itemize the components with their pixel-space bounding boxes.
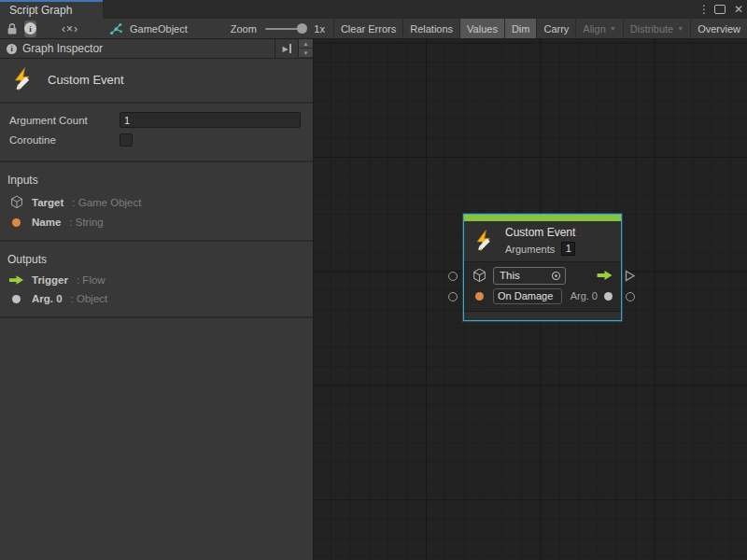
inputs-heading: Inputs	[0, 167, 313, 191]
graph-inspector-panel: i Graph Inspector ▶ ▲ ▼ Custom Event	[0, 39, 314, 560]
carry-button[interactable]: Carry	[536, 19, 575, 38]
outputs-heading: Outputs	[0, 246, 313, 271]
graph-inspector-header: i Graph Inspector ▶ ▲ ▼	[0, 39, 313, 59]
code-preview-icon[interactable]: ‹×›	[62, 21, 78, 37]
zoom-value: 1x	[314, 23, 325, 35]
custom-event-node[interactable]: Custom Event Arguments 1 This	[463, 214, 622, 321]
zoom-slider-handle[interactable]	[297, 23, 307, 34]
arg0-port-label: Arg. 0	[571, 290, 598, 301]
custom-event-icon	[11, 67, 35, 91]
info-icon: i	[7, 44, 17, 54]
output-port-row: Trigger : Flow	[0, 271, 313, 289]
overview-button[interactable]: Overview	[690, 19, 747, 38]
arg0-dot-icon	[604, 292, 613, 301]
graph-inspector-title: Graph Inspector	[22, 42, 103, 55]
panel-stepper: ▲ ▼	[298, 39, 313, 58]
input-port-target[interactable]	[448, 272, 458, 281]
event-color-bar	[464, 215, 621, 221]
window-menu-icon[interactable]: ⋮	[698, 3, 706, 16]
object-picker-icon[interactable]	[551, 271, 561, 281]
toolbar-buttons: Clear Errors Relations Values Dim Carry …	[333, 19, 747, 38]
output-port-arg0[interactable]	[626, 292, 635, 301]
relations-button[interactable]: Relations	[402, 19, 459, 38]
tab-script-graph[interactable]: Script Graph	[0, 0, 103, 19]
graph-breadcrumb[interactable]: GameObject	[109, 22, 188, 35]
dock-icon: ▶	[282, 45, 288, 53]
window-controls: ⋮ ✕	[698, 0, 743, 19]
tab-strip: Script Graph ⋮ ✕	[0, 0, 747, 19]
string-dot-icon	[9, 218, 23, 227]
align-button[interactable]: Align ▼	[575, 19, 622, 38]
unit-title: Custom Event	[48, 73, 124, 87]
output-port-trigger[interactable]	[624, 270, 636, 282]
step-down-icon[interactable]: ▼	[299, 49, 313, 58]
inputs-section: Inputs Target : Game Object Name : Strin…	[0, 162, 313, 240]
clear-errors-button[interactable]: Clear Errors	[333, 19, 402, 38]
zoom-slider[interactable]	[265, 28, 305, 30]
gameobject-cube-icon	[472, 268, 486, 283]
target-object-dropdown[interactable]: This	[493, 267, 566, 285]
arguments-label: Arguments	[505, 244, 555, 255]
step-up-icon[interactable]: ▲	[299, 39, 313, 49]
trigger-flow-icon	[597, 271, 613, 280]
info-icon: i	[24, 22, 36, 35]
node-title: Custom Event	[505, 226, 575, 239]
output-port-row: Arg. 0 : Object	[0, 289, 313, 308]
arguments-count-field[interactable]: 1	[561, 242, 575, 256]
flow-arrow-icon	[9, 275, 23, 285]
chevron-down-icon: ▼	[677, 25, 684, 32]
unit-title-row: Custom Event	[0, 59, 313, 102]
maximize-icon[interactable]	[714, 5, 726, 14]
input-port-name[interactable]	[448, 292, 458, 301]
event-name-input[interactable]	[493, 288, 562, 304]
custom-event-icon	[473, 230, 496, 252]
coroutine-label: Coroutine	[9, 134, 120, 146]
close-icon[interactable]: ✕	[734, 3, 743, 16]
dim-button[interactable]: Dim	[504, 19, 537, 38]
outputs-section: Outputs Trigger : Flow Arg. 0 : Object	[0, 242, 313, 316]
unit-settings: Argument Count Coroutine	[0, 104, 313, 161]
dock-panel-button[interactable]: ▶	[275, 39, 298, 58]
node-body: This	[464, 261, 621, 311]
string-dot-icon	[472, 292, 486, 301]
inspector-toggle-button[interactable]: i	[24, 21, 36, 37]
argument-count-input[interactable]	[120, 112, 301, 128]
script-graph-icon	[109, 22, 123, 35]
values-button[interactable]: Values	[459, 19, 504, 38]
gameobject-cube-icon	[9, 195, 23, 209]
graph-toolbar: i ‹×› GameObject Zoom 1x Clear Errors Re…	[0, 19, 747, 39]
gameobject-label: GameObject	[130, 23, 188, 35]
input-port-row: Target : Game Object	[0, 191, 313, 213]
node-footer	[464, 311, 621, 320]
coroutine-checkbox[interactable]	[120, 133, 133, 147]
input-port-row: Name : String	[0, 213, 313, 231]
lock-icon[interactable]	[7, 21, 18, 37]
distribute-button[interactable]: Distribute ▼	[623, 19, 690, 38]
chevron-down-icon: ▼	[610, 25, 616, 32]
graph-canvas[interactable]: Custom Event Arguments 1 This	[314, 39, 747, 560]
zoom-label: Zoom	[231, 23, 257, 35]
argument-count-label: Argument Count	[9, 115, 120, 126]
node-header[interactable]: Custom Event Arguments 1	[464, 221, 621, 261]
object-dot-icon	[9, 295, 23, 303]
